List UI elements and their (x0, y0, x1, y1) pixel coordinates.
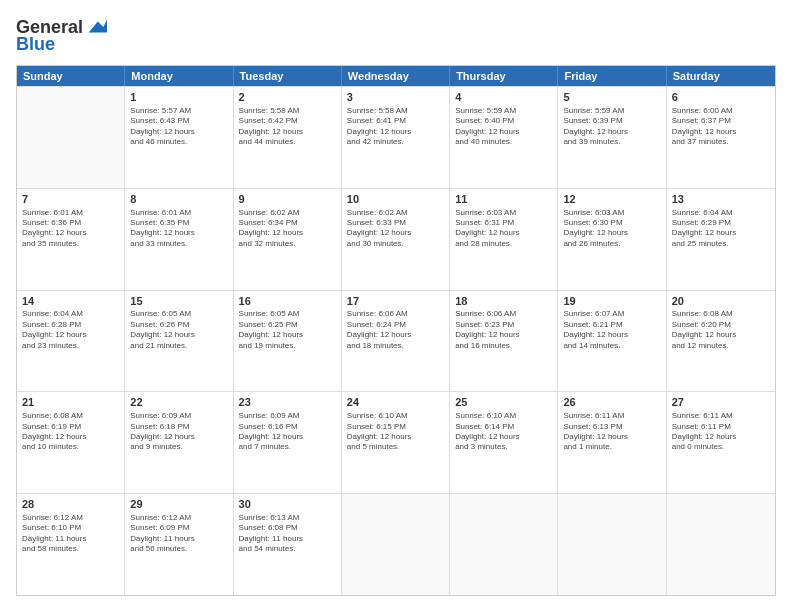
day-details: Sunrise: 5:58 AM Sunset: 6:41 PM Dayligh… (347, 106, 444, 148)
day-details: Sunrise: 6:02 AM Sunset: 6:34 PM Dayligh… (239, 208, 336, 250)
weekday-header-saturday: Saturday (667, 66, 775, 86)
day-cell-9: 9Sunrise: 6:02 AM Sunset: 6:34 PM Daylig… (234, 189, 342, 290)
day-number: 30 (239, 497, 336, 512)
day-details: Sunrise: 6:10 AM Sunset: 6:15 PM Dayligh… (347, 411, 444, 453)
calendar-row-3: 14Sunrise: 6:04 AM Sunset: 6:28 PM Dayli… (17, 290, 775, 392)
day-cell-7: 7Sunrise: 6:01 AM Sunset: 6:36 PM Daylig… (17, 189, 125, 290)
day-number: 15 (130, 294, 227, 309)
weekday-header-wednesday: Wednesday (342, 66, 450, 86)
day-cell-2: 2Sunrise: 5:58 AM Sunset: 6:42 PM Daylig… (234, 87, 342, 188)
day-cell-11: 11Sunrise: 6:03 AM Sunset: 6:31 PM Dayli… (450, 189, 558, 290)
day-details: Sunrise: 6:05 AM Sunset: 6:25 PM Dayligh… (239, 309, 336, 351)
day-number: 21 (22, 395, 119, 410)
day-number: 6 (672, 90, 770, 105)
empty-cell (342, 494, 450, 595)
day-number: 28 (22, 497, 119, 512)
day-details: Sunrise: 5:57 AM Sunset: 6:43 PM Dayligh… (130, 106, 227, 148)
day-number: 14 (22, 294, 119, 309)
day-cell-8: 8Sunrise: 6:01 AM Sunset: 6:35 PM Daylig… (125, 189, 233, 290)
day-cell-14: 14Sunrise: 6:04 AM Sunset: 6:28 PM Dayli… (17, 291, 125, 392)
page-header: General Blue (16, 16, 776, 55)
day-details: Sunrise: 6:01 AM Sunset: 6:35 PM Dayligh… (130, 208, 227, 250)
weekday-header-sunday: Sunday (17, 66, 125, 86)
day-cell-5: 5Sunrise: 5:59 AM Sunset: 6:39 PM Daylig… (558, 87, 666, 188)
day-cell-1: 1Sunrise: 5:57 AM Sunset: 6:43 PM Daylig… (125, 87, 233, 188)
calendar-row-1: 1Sunrise: 5:57 AM Sunset: 6:43 PM Daylig… (17, 86, 775, 188)
day-details: Sunrise: 6:08 AM Sunset: 6:19 PM Dayligh… (22, 411, 119, 453)
day-number: 9 (239, 192, 336, 207)
day-number: 16 (239, 294, 336, 309)
day-details: Sunrise: 6:06 AM Sunset: 6:24 PM Dayligh… (347, 309, 444, 351)
day-cell-25: 25Sunrise: 6:10 AM Sunset: 6:14 PM Dayli… (450, 392, 558, 493)
day-details: Sunrise: 6:03 AM Sunset: 6:31 PM Dayligh… (455, 208, 552, 250)
day-number: 26 (563, 395, 660, 410)
day-details: Sunrise: 5:59 AM Sunset: 6:39 PM Dayligh… (563, 106, 660, 148)
day-cell-27: 27Sunrise: 6:11 AM Sunset: 6:11 PM Dayli… (667, 392, 775, 493)
day-cell-21: 21Sunrise: 6:08 AM Sunset: 6:19 PM Dayli… (17, 392, 125, 493)
day-number: 4 (455, 90, 552, 105)
day-cell-13: 13Sunrise: 6:04 AM Sunset: 6:29 PM Dayli… (667, 189, 775, 290)
empty-cell (667, 494, 775, 595)
day-cell-17: 17Sunrise: 6:06 AM Sunset: 6:24 PM Dayli… (342, 291, 450, 392)
day-details: Sunrise: 6:08 AM Sunset: 6:20 PM Dayligh… (672, 309, 770, 351)
day-cell-6: 6Sunrise: 6:00 AM Sunset: 6:37 PM Daylig… (667, 87, 775, 188)
day-cell-4: 4Sunrise: 5:59 AM Sunset: 6:40 PM Daylig… (450, 87, 558, 188)
weekday-header-thursday: Thursday (450, 66, 558, 86)
day-details: Sunrise: 6:06 AM Sunset: 6:23 PM Dayligh… (455, 309, 552, 351)
day-cell-28: 28Sunrise: 6:12 AM Sunset: 6:10 PM Dayli… (17, 494, 125, 595)
day-cell-15: 15Sunrise: 6:05 AM Sunset: 6:26 PM Dayli… (125, 291, 233, 392)
day-cell-26: 26Sunrise: 6:11 AM Sunset: 6:13 PM Dayli… (558, 392, 666, 493)
day-number: 10 (347, 192, 444, 207)
weekday-header-monday: Monday (125, 66, 233, 86)
day-number: 13 (672, 192, 770, 207)
day-number: 20 (672, 294, 770, 309)
day-details: Sunrise: 6:04 AM Sunset: 6:28 PM Dayligh… (22, 309, 119, 351)
day-number: 17 (347, 294, 444, 309)
empty-cell (17, 87, 125, 188)
day-number: 12 (563, 192, 660, 207)
calendar-row-4: 21Sunrise: 6:08 AM Sunset: 6:19 PM Dayli… (17, 391, 775, 493)
day-number: 23 (239, 395, 336, 410)
day-number: 19 (563, 294, 660, 309)
day-cell-30: 30Sunrise: 6:13 AM Sunset: 6:08 PM Dayli… (234, 494, 342, 595)
day-number: 1 (130, 90, 227, 105)
day-details: Sunrise: 6:01 AM Sunset: 6:36 PM Dayligh… (22, 208, 119, 250)
day-details: Sunrise: 6:12 AM Sunset: 6:10 PM Dayligh… (22, 513, 119, 555)
calendar: SundayMondayTuesdayWednesdayThursdayFrid… (16, 65, 776, 596)
day-number: 27 (672, 395, 770, 410)
day-details: Sunrise: 6:12 AM Sunset: 6:09 PM Dayligh… (130, 513, 227, 555)
day-details: Sunrise: 6:03 AM Sunset: 6:30 PM Dayligh… (563, 208, 660, 250)
day-details: Sunrise: 6:04 AM Sunset: 6:29 PM Dayligh… (672, 208, 770, 250)
day-details: Sunrise: 6:00 AM Sunset: 6:37 PM Dayligh… (672, 106, 770, 148)
calendar-header: SundayMondayTuesdayWednesdayThursdayFrid… (17, 66, 775, 86)
day-cell-22: 22Sunrise: 6:09 AM Sunset: 6:18 PM Dayli… (125, 392, 233, 493)
day-number: 18 (455, 294, 552, 309)
calendar-body: 1Sunrise: 5:57 AM Sunset: 6:43 PM Daylig… (17, 86, 775, 595)
day-cell-3: 3Sunrise: 5:58 AM Sunset: 6:41 PM Daylig… (342, 87, 450, 188)
day-details: Sunrise: 6:13 AM Sunset: 6:08 PM Dayligh… (239, 513, 336, 555)
empty-cell (450, 494, 558, 595)
day-cell-24: 24Sunrise: 6:10 AM Sunset: 6:15 PM Dayli… (342, 392, 450, 493)
day-cell-10: 10Sunrise: 6:02 AM Sunset: 6:33 PM Dayli… (342, 189, 450, 290)
day-cell-16: 16Sunrise: 6:05 AM Sunset: 6:25 PM Dayli… (234, 291, 342, 392)
empty-cell (558, 494, 666, 595)
day-details: Sunrise: 6:09 AM Sunset: 6:18 PM Dayligh… (130, 411, 227, 453)
day-number: 25 (455, 395, 552, 410)
day-number: 2 (239, 90, 336, 105)
day-number: 3 (347, 90, 444, 105)
day-cell-18: 18Sunrise: 6:06 AM Sunset: 6:23 PM Dayli… (450, 291, 558, 392)
calendar-row-2: 7Sunrise: 6:01 AM Sunset: 6:36 PM Daylig… (17, 188, 775, 290)
day-cell-19: 19Sunrise: 6:07 AM Sunset: 6:21 PM Dayli… (558, 291, 666, 392)
day-cell-12: 12Sunrise: 6:03 AM Sunset: 6:30 PM Dayli… (558, 189, 666, 290)
day-cell-23: 23Sunrise: 6:09 AM Sunset: 6:16 PM Dayli… (234, 392, 342, 493)
day-details: Sunrise: 6:05 AM Sunset: 6:26 PM Dayligh… (130, 309, 227, 351)
day-number: 29 (130, 497, 227, 512)
logo-icon (85, 16, 107, 38)
day-number: 5 (563, 90, 660, 105)
day-number: 22 (130, 395, 227, 410)
day-number: 24 (347, 395, 444, 410)
day-cell-29: 29Sunrise: 6:12 AM Sunset: 6:09 PM Dayli… (125, 494, 233, 595)
day-cell-20: 20Sunrise: 6:08 AM Sunset: 6:20 PM Dayli… (667, 291, 775, 392)
day-details: Sunrise: 5:58 AM Sunset: 6:42 PM Dayligh… (239, 106, 336, 148)
svg-marker-0 (89, 20, 107, 33)
